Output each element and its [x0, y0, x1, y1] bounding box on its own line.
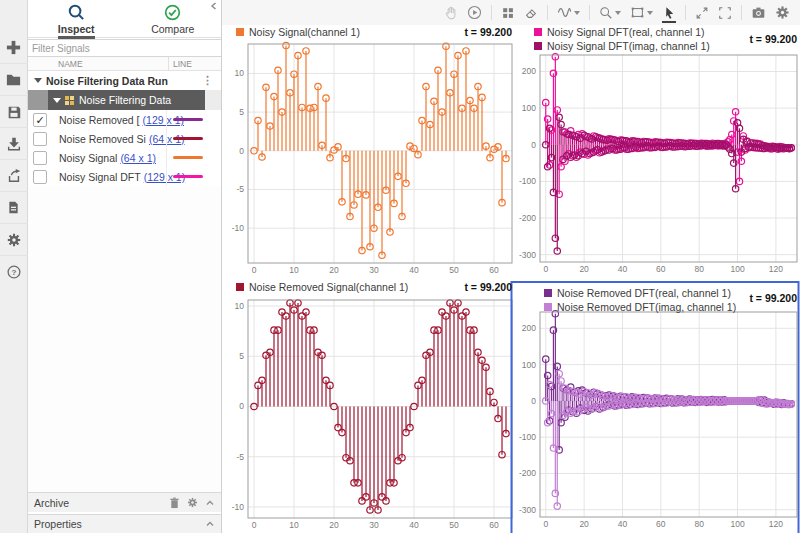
signal-options-button[interactable] — [557, 5, 580, 20]
svg-text:10: 10 — [235, 68, 245, 78]
gear-icon[interactable] — [187, 497, 198, 508]
tab-compare[interactable]: Compare — [137, 3, 209, 35]
clear-plots-button[interactable] — [524, 6, 538, 20]
hand-icon — [443, 5, 458, 20]
grid-layout-icon — [501, 6, 515, 20]
camera-icon — [751, 5, 766, 20]
signal-row[interactable]: Noise Removed Si (64 x 1) — [28, 129, 221, 148]
import-icon — [6, 136, 22, 152]
svg-text:-10: -10 — [232, 502, 245, 512]
column-name: NAME — [58, 59, 83, 69]
legend-chip — [544, 289, 552, 297]
signal-row[interactable]: Noisy Signal DFT (129 x 1) — [28, 167, 221, 186]
help-button[interactable]: ? — [0, 255, 28, 287]
expand-plot-button[interactable] — [695, 6, 709, 20]
select-cursor-button[interactable] — [662, 6, 676, 20]
export-button[interactable] — [0, 159, 28, 191]
line-swatch[interactable] — [173, 175, 203, 178]
svg-text:60: 60 — [656, 264, 666, 274]
compare-check-icon — [163, 3, 182, 22]
snapshot-button[interactable] — [751, 5, 766, 20]
pan-button[interactable] — [443, 5, 458, 20]
group-gutter — [28, 90, 48, 110]
svg-text:-100: -100 — [519, 432, 536, 442]
gear-icon — [6, 232, 22, 248]
new-button[interactable] — [0, 32, 28, 63]
document-icon — [6, 200, 21, 215]
legend: Noisy Signal DFT(real, channel 1) — [534, 26, 705, 37]
chevron-up-icon[interactable] — [205, 499, 215, 507]
collapse-triangle-icon[interactable] — [53, 98, 61, 103]
svg-text:5: 5 — [239, 351, 244, 361]
settings-button[interactable] — [775, 5, 790, 20]
fullscreen-button[interactable] — [718, 6, 732, 20]
legend: Noisy Signal DFT(imag, channel 1) — [534, 40, 710, 51]
signal-checkbox[interactable] — [33, 132, 47, 146]
svg-text:200: 200 — [522, 323, 536, 333]
legend-chip — [236, 28, 244, 36]
svg-text:120: 120 — [769, 264, 783, 274]
search-icon — [67, 3, 86, 22]
signal-row[interactable]: ✓ Noise Removed [ (129 x 1) — [28, 110, 221, 129]
svg-text:80: 80 — [694, 264, 704, 274]
properties-section-header[interactable]: Properties — [28, 514, 221, 533]
chevron-down-icon — [615, 11, 621, 15]
tab-inspect[interactable]: Inspect — [40, 3, 112, 39]
data-group-bar: Noise Filtering Data — [48, 90, 205, 110]
zoom-icon — [599, 6, 613, 20]
trash-icon[interactable] — [169, 497, 180, 509]
signal-label: Noisy Signal DFT — [59, 171, 141, 183]
collapse-panel-button[interactable] — [209, 1, 219, 13]
svg-text:100: 100 — [522, 103, 536, 113]
svg-text:-200: -200 — [519, 468, 536, 478]
column-line: LINE — [168, 57, 192, 70]
svg-text:?: ? — [11, 268, 16, 277]
save-button[interactable] — [0, 95, 28, 127]
signal-checkbox[interactable] — [33, 151, 47, 165]
replay-button[interactable] — [467, 5, 482, 20]
svg-text:200: 200 — [522, 66, 536, 76]
svg-text:-200: -200 — [519, 213, 536, 223]
legend: Noisy Signal(channel 1) — [236, 26, 360, 37]
time-label: t = 99.200 — [400, 26, 512, 38]
svg-text:30: 30 — [369, 520, 379, 530]
report-button[interactable] — [0, 191, 28, 223]
open-button[interactable] — [0, 63, 28, 95]
svg-text:10: 10 — [289, 520, 299, 530]
legend-chip — [544, 303, 552, 311]
line-swatch[interactable] — [173, 118, 203, 121]
legend: Noise Removed Signal(channel 1) — [236, 281, 408, 292]
svg-text:10: 10 — [289, 265, 299, 275]
chevron-up-icon[interactable] — [205, 520, 215, 528]
fit-to-view-button[interactable] — [630, 5, 653, 20]
signal-row[interactable]: Noisy Signal (64 x 1) — [28, 148, 221, 167]
dims-link[interactable]: (64 x 1) — [120, 152, 156, 164]
signal-label: Noise Removed Si — [59, 133, 146, 145]
zoom-button[interactable] — [599, 6, 621, 20]
data-group-row[interactable]: Noise Filtering Data — [28, 90, 221, 110]
import-button[interactable] — [0, 127, 28, 159]
signal-checkbox[interactable] — [33, 170, 47, 184]
line-swatch[interactable] — [173, 137, 203, 140]
preferences-button[interactable] — [0, 223, 28, 255]
layout-button[interactable] — [501, 6, 515, 20]
run-group-row[interactable]: Noise Filtering Data Run ⋮ — [28, 71, 221, 90]
svg-text:40: 40 — [409, 265, 419, 275]
svg-text:30: 30 — [369, 265, 379, 275]
svg-text:20: 20 — [579, 519, 589, 529]
signal-checkbox[interactable]: ✓ — [33, 113, 47, 127]
collapse-triangle-icon[interactable] — [34, 78, 42, 83]
filter-signals-input[interactable] — [28, 39, 221, 57]
time-label: t = 99.200 — [685, 33, 797, 45]
archive-section-header[interactable]: Archive — [28, 492, 221, 512]
charts-canvas[interactable]: 0102030405060-10-50510020406080100120-30… — [222, 0, 800, 533]
help-icon: ? — [6, 264, 22, 280]
svg-text:0: 0 — [252, 520, 257, 530]
svg-text:-5: -5 — [236, 452, 244, 462]
app-window: ? Inspect Compare NAME LINE Noise Filter… — [0, 0, 800, 533]
line-swatch[interactable] — [173, 156, 203, 159]
tab-compare-label: Compare — [151, 23, 194, 35]
kebab-menu-icon[interactable]: ⋮ — [202, 74, 213, 87]
panel-tabs: Inspect Compare — [28, 0, 221, 38]
signal-label: Noisy Signal — [59, 152, 117, 164]
